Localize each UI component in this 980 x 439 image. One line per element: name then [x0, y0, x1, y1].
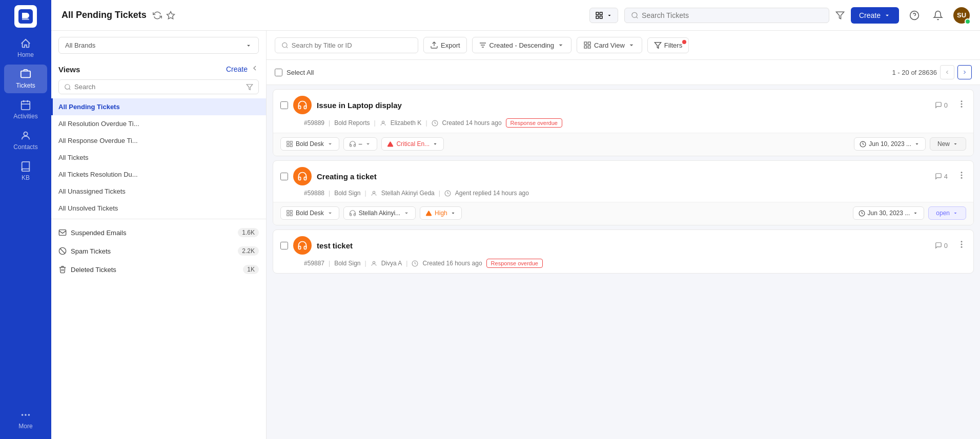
- sidebar-item-activities[interactable]: Activities: [4, 95, 47, 124]
- search-views-icon: [64, 83, 71, 91]
- sidebar-item-tickets[interactable]: Tickets: [4, 65, 47, 93]
- ticket-2-priority-select[interactable]: High: [420, 206, 462, 220]
- title-actions: [153, 11, 175, 20]
- notifications-icon[interactable]: [930, 7, 946, 24]
- grid-icon: [286, 210, 293, 217]
- sidebar-kb-label: KB: [22, 174, 30, 181]
- view-item-all-tickets[interactable]: All Tickets: [51, 149, 266, 166]
- view-item-all-pending[interactable]: All Pending Tickets: [51, 98, 266, 115]
- ticket-3-checkbox[interactable]: [280, 242, 288, 249]
- ticket-1-status: New: [937, 140, 950, 148]
- export-button[interactable]: Export: [423, 37, 467, 53]
- svg-rect-21: [588, 42, 590, 45]
- help-icon[interactable]: [906, 7, 923, 24]
- card-view-icon: [583, 41, 591, 49]
- sidebar-item-contacts[interactable]: Contacts: [4, 126, 47, 155]
- filters-icon: [654, 41, 662, 49]
- view-item-all-tickets-resolution[interactable]: All Tickets Resolution Du...: [51, 166, 266, 183]
- ticket-1-agent-select[interactable]: –: [343, 137, 378, 151]
- tickets-search-input[interactable]: [292, 41, 412, 49]
- svg-rect-9: [600, 12, 602, 15]
- sidebar-item-home[interactable]: Home: [4, 34, 47, 62]
- refresh-icon[interactable]: [153, 11, 162, 20]
- ticket-2-checkbox[interactable]: [280, 173, 288, 180]
- ticket-1-top: Issue in Laptop display 0: [273, 90, 973, 117]
- sort-button[interactable]: Created - Descending: [472, 37, 571, 53]
- search-views[interactable]: [58, 79, 259, 94]
- global-search[interactable]: [624, 8, 829, 23]
- deleted-tickets-count: 1K: [243, 265, 259, 274]
- svg-point-45: [961, 241, 963, 242]
- view-item-all-resolution-overdue[interactable]: All Resolution Overdue Ti...: [51, 115, 266, 132]
- comment-icon: [935, 101, 942, 109]
- svg-rect-10: [596, 16, 599, 18]
- select-all-checkbox[interactable]: [275, 69, 282, 76]
- search-views-input[interactable]: [74, 83, 243, 91]
- ticket-3-more-menu[interactable]: [957, 240, 966, 251]
- global-search-input[interactable]: [642, 11, 823, 19]
- ticket-1-more-menu[interactable]: [957, 99, 966, 111]
- prev-page-button[interactable]: [940, 65, 954, 79]
- special-section: Suspended Emails 1.6K Spam Tickets 2.2K: [51, 219, 266, 283]
- avatar[interactable]: SU: [953, 7, 970, 24]
- ticket-1-priority-select[interactable]: Critical En...: [381, 137, 444, 151]
- view-type-button[interactable]: Card View: [577, 37, 642, 53]
- view-item-all-response-overdue[interactable]: All Response Overdue Ti...: [51, 132, 266, 149]
- ticket-2-date-select[interactable]: Jun 30, 2023 ...: [853, 206, 925, 220]
- tickets-search[interactable]: [275, 37, 418, 53]
- warning-icon: [387, 141, 394, 148]
- filter-views-icon[interactable]: [246, 83, 253, 91]
- view-item-all-unassigned[interactable]: All Unassigned Tickets: [51, 183, 266, 200]
- person-icon: [371, 260, 377, 267]
- views-create-link[interactable]: Create: [226, 65, 248, 73]
- view-item-all-unsolved[interactable]: All Unsolved Tickets: [51, 200, 266, 217]
- view-label: Card View: [594, 41, 625, 49]
- view-type-select[interactable]: [589, 8, 618, 23]
- chevron-down-icon: [432, 141, 438, 147]
- sidebar-item-kb[interactable]: KB: [4, 157, 47, 185]
- ticket-card-3: test ticket 0 #59887 | Bold Sign |: [273, 229, 974, 274]
- collapse-icon[interactable]: [251, 64, 259, 74]
- create-button[interactable]: Create: [851, 7, 899, 24]
- ticket-1-status-select[interactable]: New: [930, 137, 966, 151]
- ticket-1-date-select[interactable]: Jun 10, 2023 ...: [854, 137, 926, 151]
- ticket-1-checkbox[interactable]: [280, 101, 288, 109]
- next-page-button[interactable]: [957, 65, 972, 79]
- sidebar-item-more[interactable]: More: [14, 405, 36, 434]
- svg-point-38: [373, 191, 375, 193]
- svg-point-3: [24, 132, 27, 136]
- views-header: Views Create: [51, 60, 266, 77]
- brands-label: All Brands: [65, 41, 95, 49]
- suspended-emails-item[interactable]: Suspended Emails 1.6K: [51, 223, 266, 242]
- ticket-2-title[interactable]: Creating a ticket: [317, 172, 930, 181]
- ticket-3-overdue-badge: Response overdue: [486, 259, 543, 268]
- ticket-2-agent-select[interactable]: Stellah Akinyi...: [343, 206, 416, 220]
- spam-tickets-left: Spam Tickets: [58, 247, 111, 255]
- ticket-3-avatar: [293, 236, 312, 255]
- ticket-2-more-menu[interactable]: [957, 171, 966, 182]
- app-logo[interactable]: [14, 5, 37, 28]
- ticket-1-title[interactable]: Issue in Laptop display: [317, 101, 930, 110]
- bookmark-icon[interactable]: [166, 11, 175, 20]
- deleted-tickets-item[interactable]: Deleted Tickets 1K: [51, 260, 266, 279]
- filter-icon[interactable]: [835, 11, 845, 20]
- brands-select[interactable]: All Brands: [58, 37, 259, 54]
- ticket-3-num: #59887: [304, 260, 324, 267]
- filters-button[interactable]: Filters: [647, 37, 689, 53]
- ticket-1-time: Created 14 hours ago: [442, 119, 502, 127]
- select-all-label[interactable]: Select All: [287, 69, 314, 76]
- sidebar-activities-label: Activities: [13, 113, 37, 120]
- chevron-down-icon: [450, 210, 456, 216]
- spam-tickets-item[interactable]: Spam Tickets 2.2K: [51, 242, 266, 260]
- chevron-down-icon: [326, 140, 334, 148]
- content-area: All Brands Views Create All Pending Tick: [51, 31, 980, 439]
- ticket-1-avatar: [293, 96, 312, 114]
- views-list: All Pending Tickets All Resolution Overd…: [51, 98, 266, 439]
- suspended-emails-label: Suspended Emails: [71, 229, 126, 237]
- ticket-1-brand: Bold Reports: [334, 119, 370, 127]
- ticket-3-title[interactable]: test ticket: [317, 241, 930, 250]
- ticket-2-desk-select[interactable]: Bold Desk: [280, 206, 339, 220]
- svg-point-47: [961, 246, 963, 248]
- ticket-1-desk-select[interactable]: Bold Desk: [280, 137, 339, 151]
- ticket-2-status-select[interactable]: open: [928, 206, 966, 220]
